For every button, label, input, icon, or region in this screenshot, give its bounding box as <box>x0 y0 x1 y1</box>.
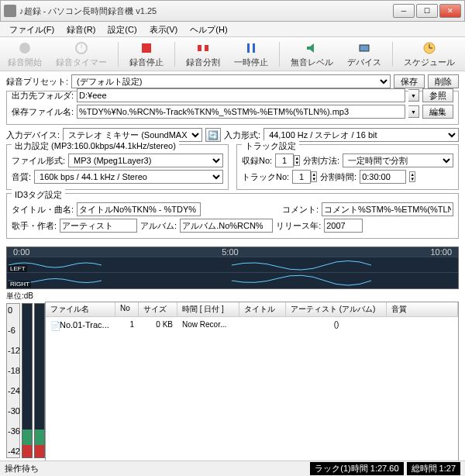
rec-no-label: 収録No: <box>242 155 272 167</box>
file-format-select[interactable]: MP3 (Mpeg1Layer3) <box>68 153 223 167</box>
split-button[interactable]: 録音分割 <box>183 39 223 70</box>
col-size[interactable]: サイズ <box>139 302 177 316</box>
input-format-label: 入力形式: <box>224 129 260 141</box>
svg-rect-8 <box>360 45 369 51</box>
preset-label: 録音プリセット: <box>6 76 68 88</box>
svg-rect-6 <box>247 43 250 53</box>
stop-icon <box>139 40 154 56</box>
level-meter: 0-6-12-18-24-30-36-42 L R <box>6 303 45 467</box>
filename-label: 保存ファイル名: <box>12 106 74 118</box>
file-table[interactable]: ファイル名 No サイズ 時間 [ 日付 ] タイトル アーティスト (アルバム… <box>45 302 459 472</box>
menu-file[interactable]: ファイル(F) <box>3 22 60 36</box>
close-button[interactable]: ✕ <box>439 4 461 18</box>
file-format-label: ファイル形式: <box>12 155 65 167</box>
file-icon: 📄 <box>50 321 60 330</box>
maximize-button[interactable]: ☐ <box>416 4 438 18</box>
track-no-spinner[interactable]: ▲▼ <box>311 171 317 182</box>
split-method-select[interactable]: 一定時間で分割 <box>343 153 453 167</box>
output-folder-label: 出力先フォルダ: <box>12 90 74 102</box>
output-folder-input[interactable] <box>77 88 405 102</box>
rec-start-button[interactable]: 録音開始 <box>5 39 45 70</box>
svg-rect-4 <box>198 45 202 51</box>
folder-dropdown-icon[interactable]: ▼ <box>408 89 419 102</box>
preset-save-button[interactable]: 保存 <box>394 74 425 88</box>
device-refresh-button[interactable]: 🔄 <box>205 128 221 142</box>
svg-rect-5 <box>205 45 208 51</box>
rec-no-input[interactable] <box>275 153 294 167</box>
col-time[interactable]: 時間 [ 日付 ] <box>177 302 239 316</box>
schedule-icon <box>422 40 437 56</box>
id3-title-label: タイトル・曲名: <box>12 204 74 216</box>
id3-artist-label: 歌手・作者: <box>12 220 57 232</box>
schedule-button[interactable]: スケジュール <box>401 39 458 70</box>
title-bar: ♪超録 - パソコン長時間録音機 v1.25 ─ ☐ ✕ <box>0 0 465 22</box>
rec-stop-button[interactable]: 録音停止 <box>126 39 167 70</box>
meter-unit-label: 単位:dB <box>6 291 459 302</box>
filename-input[interactable] <box>77 105 405 119</box>
menu-help[interactable]: ヘルプ(H) <box>184 22 233 36</box>
split-time-label: 分割時間: <box>320 171 356 183</box>
silence-icon <box>305 40 320 56</box>
svg-rect-3 <box>142 43 151 53</box>
col-title[interactable]: タイトル <box>239 302 286 316</box>
track-no-label: トラックNo: <box>242 171 289 183</box>
rec-timer-button[interactable]: 録音タイマー <box>53 39 110 70</box>
output-settings-legend: 出力設定 (MP3:160.0kbps/44.1kHz/stereo) <box>12 140 179 152</box>
id3-album-label: アルバム: <box>140 220 177 232</box>
col-quality[interactable]: 音質 <box>387 302 458 316</box>
menu-view[interactable]: 表示(V) <box>143 22 184 36</box>
id3-comment-label: コメント: <box>282 204 319 216</box>
track-settings-legend: トラック設定 <box>242 140 299 152</box>
track-no-input[interactable] <box>292 170 311 184</box>
split-time-spinner[interactable]: ▲▼ <box>409 171 415 182</box>
pause-icon <box>243 40 259 56</box>
status-bar: 操作待ち ラック(1)時間 1:27.60 総時間 1:27 <box>0 460 465 476</box>
channel-left-label: LEFT <box>9 265 27 272</box>
split-icon <box>195 40 211 56</box>
meter-scale: 0-6-12-18-24-30-36-42 <box>6 303 20 458</box>
preset-delete-button[interactable]: 削除 <box>428 74 459 88</box>
col-artist[interactable]: アーティスト (アルバム) <box>286 302 387 316</box>
window-title: ♪超録 - パソコン長時間録音機 v1.25 <box>19 5 393 17</box>
edit-button[interactable]: 編集 <box>422 105 453 119</box>
record-icon <box>17 40 33 56</box>
status-track-time: ラック(1)時間 1:27.60 <box>310 462 403 475</box>
device-button[interactable]: デバイス <box>344 39 384 70</box>
waveform-right-icon <box>7 274 456 287</box>
input-device-label: 入力デバイス: <box>6 129 60 141</box>
id3-comment-input[interactable] <box>322 202 453 216</box>
quality-select[interactable]: 160k bps / 44.1 kHz / Stereo <box>34 170 223 184</box>
minimize-button[interactable]: ─ <box>393 4 415 18</box>
col-filename[interactable]: ファイル名 <box>46 302 115 316</box>
menu-record[interactable]: 録音(R) <box>60 22 102 36</box>
preset-select[interactable]: (デフォルト設定) <box>71 74 391 88</box>
col-no[interactable]: No <box>115 302 139 316</box>
pause-button[interactable]: 一時停止 <box>231 39 271 70</box>
silence-button[interactable]: 無音レベル <box>288 39 336 70</box>
id3-legend: ID3タグ設定 <box>12 189 65 201</box>
menu-settings[interactable]: 設定(C) <box>102 22 143 36</box>
rec-no-spinner[interactable]: ▲▼ <box>294 155 300 166</box>
status-total-time: 総時間 1:27 <box>407 462 460 475</box>
id3-year-input[interactable] <box>324 219 363 233</box>
meter-bar-left <box>22 303 33 458</box>
menu-bar: ファイル(F) 録音(R) 設定(C) 表示(V) ヘルプ(H) <box>0 22 465 37</box>
waveform-display[interactable]: 0:00 5:00 10:00 LEFT RIGHT <box>6 247 459 289</box>
id3-album-input[interactable] <box>180 219 273 233</box>
svg-rect-7 <box>253 43 255 53</box>
device-icon <box>356 40 372 56</box>
meter-bar-right <box>34 303 45 458</box>
waveform-left-icon <box>7 259 456 271</box>
split-time-input[interactable] <box>360 170 406 184</box>
toolbar: 録音開始 録音タイマー 録音停止 録音分割 一時停止 無音レベル デバイス スケ… <box>0 37 465 71</box>
app-icon <box>4 5 16 17</box>
id3-artist-input[interactable] <box>60 219 137 233</box>
id3-title-input[interactable] <box>77 202 201 216</box>
id3-year-label: リリース年: <box>276 220 321 232</box>
browse-button[interactable]: 参照 <box>422 88 453 102</box>
table-row[interactable]: 📄No.01-Trac... 1 0 KB Now Recor... () <box>46 317 458 333</box>
timer-icon <box>74 40 89 56</box>
channel-right-label: RIGHT <box>9 281 31 288</box>
filename-dropdown-icon[interactable]: ▼ <box>408 105 419 118</box>
status-text: 操作待ち <box>5 463 39 474</box>
